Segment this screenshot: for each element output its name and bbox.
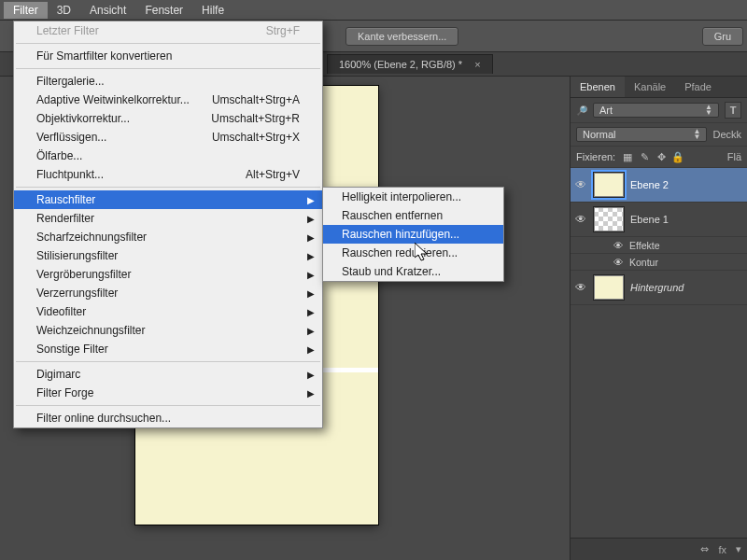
refine-edge-button[interactable]: Kante verbessern... (345, 27, 458, 46)
effect-name: Kontur (629, 257, 658, 268)
menu-item[interactable]: Vergröberungsfilter▶ (14, 265, 322, 284)
menu-item-label: Verzerrungsfilter (36, 287, 118, 300)
menu-item[interactable]: Stilisierungsfilter▶ (14, 246, 322, 265)
menu-item[interactable]: Weichzeichnungsfilter▶ (14, 321, 322, 340)
menu-view[interactable]: Ansicht (80, 2, 135, 19)
layer-filter-select[interactable]: Art ▲▼ (593, 103, 719, 118)
type-filter-icon[interactable]: T (725, 102, 741, 119)
visibility-icon[interactable]: 👁 (574, 281, 587, 294)
document-title: 1600% (Ebene 2, RGB/8) * (339, 59, 462, 70)
layers-footer: ⇔ fx ▾ (571, 538, 747, 560)
submenu-arrow-icon: ▶ (307, 195, 315, 205)
menu-item[interactable]: Sonstige Filter▶ (14, 340, 322, 358)
menu-item[interactable]: Rauschfilter▶ (14, 190, 322, 209)
visibility-icon[interactable]: 👁 (574, 178, 587, 191)
menu-3d[interactable]: 3D (48, 2, 80, 19)
tab-channels[interactable]: Kanäle (625, 77, 675, 97)
menu-item[interactable]: Fluchtpunkt...Alt+Strg+V (14, 165, 322, 184)
menu-item-label: Filter online durchsuchen... (36, 412, 171, 425)
group-button[interactable]: Gru (702, 27, 743, 46)
menu-item[interactable]: Filter online durchsuchen... (14, 409, 322, 427)
layer-thumb[interactable] (593, 274, 625, 301)
menu-help[interactable]: Hilfe (192, 2, 233, 19)
layer-name[interactable]: Hintergrund (630, 282, 684, 293)
visibility-icon[interactable]: 👁 (574, 213, 587, 226)
effects-label: Effekte (629, 240, 660, 251)
menu-item[interactable]: Ölfarbe... (14, 147, 322, 165)
submenu-item[interactable]: Helligkeit interpolieren... (323, 188, 503, 206)
lock-transparency-icon[interactable]: ▦ (621, 150, 634, 163)
blend-mode-select[interactable]: Normal ▲▼ (576, 127, 707, 142)
layer-name[interactable]: Ebene 2 (630, 179, 669, 190)
link-icon[interactable]: ⇔ (700, 543, 709, 555)
menu-item-label: Sonstige Filter (36, 343, 108, 356)
menu-item[interactable]: Verflüssigen...Umschalt+Strg+X (14, 128, 322, 147)
menu-item-label: Filtergalerie... (36, 75, 105, 88)
tab-layers[interactable]: Ebenen (571, 77, 625, 97)
menu-window[interactable]: Fenster (135, 2, 192, 19)
submenu-item[interactable]: Rauschen hinzufügen... (323, 225, 503, 244)
menu-item-label: Ölfarbe... (36, 149, 82, 162)
layer-effect-item[interactable]: 👁 Kontur (571, 254, 747, 271)
menu-item[interactable]: Scharfzeichnungsfilter▶ (14, 228, 322, 246)
layer-row[interactable]: 👁 Ebene 1 (571, 203, 747, 237)
fx-button[interactable]: fx (718, 544, 726, 555)
menu-item[interactable]: Renderfilter▶ (14, 209, 322, 228)
lock-paint-icon[interactable]: ✎ (638, 150, 651, 163)
submenu-arrow-icon: ▶ (307, 270, 315, 280)
menu-item-label: Rauschfilter (36, 193, 95, 206)
menu-item-label: Letzter Filter (36, 24, 99, 37)
menu-item[interactable]: Filter Forge▶ (14, 384, 322, 402)
menu-item[interactable]: Objektivkorrektur...Umschalt+Strg+R (14, 109, 322, 128)
filter-menu-dropdown[interactable]: Letzter FilterStrg+FFür Smartfilter konv… (13, 21, 323, 428)
layer-thumb[interactable] (593, 206, 625, 232)
menu-item-label: Objektivkorrektur... (36, 112, 130, 125)
menu-item[interactable]: Verzerrungsfilter▶ (14, 284, 322, 302)
layer-effects-header[interactable]: 👁 Effekte (571, 237, 747, 254)
layer-row[interactable]: 👁 Hintergrund (571, 271, 747, 305)
opacity-label: Deckk (712, 129, 741, 140)
eye-small-icon[interactable]: 👁 (613, 257, 624, 268)
panel-tabs: Ebenen Kanäle Pfade (571, 77, 747, 98)
lock-move-icon[interactable]: ✥ (655, 150, 668, 163)
menubar: Filter 3D Ansicht Fenster Hilfe (0, 0, 747, 21)
menu-shortcut: Alt+Strg+V (246, 168, 300, 181)
menu-item-label: Scharfzeichnungsfilter (36, 231, 147, 244)
rauschfilter-submenu[interactable]: Helligkeit interpolieren...Rauschen entf… (322, 187, 504, 282)
lock-label: Fixieren: (576, 151, 615, 162)
submenu-arrow-icon: ▶ (307, 288, 315, 299)
submenu-item[interactable]: Staub und Kratzer... (323, 262, 503, 281)
layer-row[interactable]: 👁 Ebene 2 (571, 168, 747, 203)
menu-item[interactable]: Adaptive Weitwinkelkorrektur...Umschalt+… (14, 91, 322, 109)
menu-item-label: Videofilter (36, 305, 86, 318)
menu-item[interactable]: Für Smartfilter konvertieren (14, 47, 322, 65)
submenu-arrow-icon: ▶ (307, 307, 315, 317)
menu-shortcut: Umschalt+Strg+R (211, 112, 300, 125)
submenu-arrow-icon: ▶ (307, 388, 315, 399)
document-tab[interactable]: 1600% (Ebene 2, RGB/8) * × (327, 54, 493, 74)
menu-item[interactable]: Videofilter▶ (14, 302, 322, 321)
eye-small-icon[interactable]: 👁 (613, 240, 624, 251)
submenu-arrow-icon: ▶ (307, 326, 315, 336)
menu-item-label: Filter Forge (36, 386, 93, 399)
submenu-item[interactable]: Rauschen reduzieren... (323, 244, 503, 262)
menu-item-label: Verflüssigen... (36, 131, 106, 144)
submenu-item[interactable]: Rauschen entfernen (323, 206, 503, 225)
lock-all-icon[interactable]: 🔒 (671, 150, 684, 163)
layer-filter-label: Art (599, 105, 613, 116)
menu-filter[interactable]: Filter (4, 2, 48, 19)
dropdown-arrows-icon: ▲▼ (705, 105, 712, 116)
tab-paths[interactable]: Pfade (675, 77, 721, 97)
menu-item[interactable]: Filtergalerie... (14, 72, 322, 91)
submenu-arrow-icon: ▶ (307, 344, 315, 355)
close-tab-icon[interactable]: × (474, 59, 480, 70)
layer-name[interactable]: Ebene 1 (630, 214, 669, 225)
chevron-down-icon[interactable]: ▾ (736, 543, 741, 555)
menu-item-label: Vergröberungsfilter (36, 268, 131, 281)
menu-item-label: Renderfilter (36, 212, 94, 225)
submenu-arrow-icon: ▶ (307, 370, 315, 380)
menu-item-label: Stilisierungsfilter (36, 249, 118, 262)
menu-item-label: Für Smartfilter konvertieren (36, 49, 172, 63)
layer-thumb[interactable] (593, 172, 625, 198)
menu-item[interactable]: Digimarc▶ (14, 365, 322, 384)
